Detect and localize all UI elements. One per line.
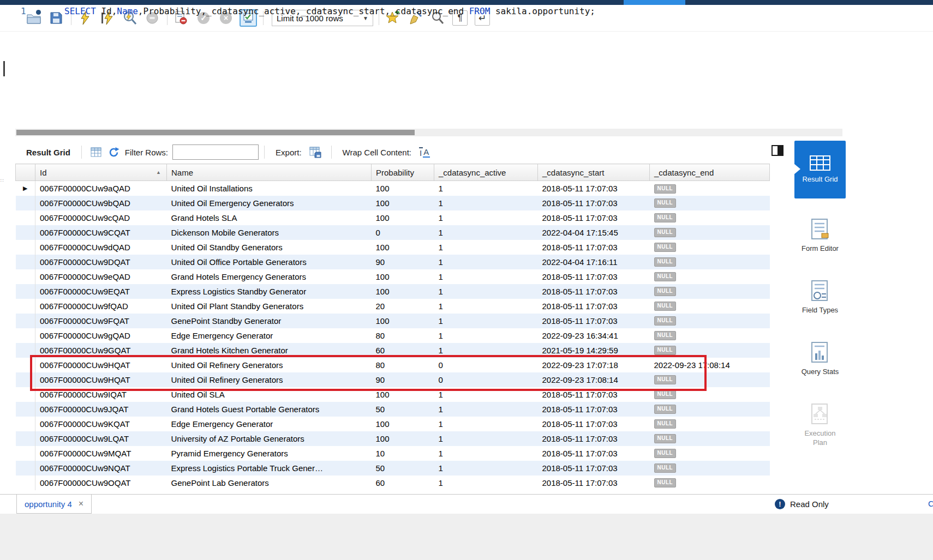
cell-probability[interactable]: 50	[372, 402, 434, 417]
sidebar-item-form-editor[interactable]: Form Editor	[794, 212, 846, 260]
column-header[interactable]: _cdatasync_end	[650, 164, 770, 181]
cell-cdatasync-start[interactable]: 2018-05-11 17:07:03	[538, 240, 650, 255]
cell-cdatasync-end[interactable]: NULL	[650, 225, 770, 240]
wrap-cell-content-icon[interactable]: IA	[419, 147, 430, 158]
table-row[interactable]: 0067F00000CUw9NQATExpress Logistics Port…	[16, 461, 770, 475]
cell-cdatasync-start[interactable]: 2018-05-11 17:07:03	[538, 431, 650, 446]
column-header[interactable]: Id▲	[35, 164, 167, 181]
column-header[interactable]: Probability	[372, 164, 434, 181]
cell-cdatasync-end[interactable]: NULL	[650, 475, 770, 490]
cell-cdatasync-active[interactable]: 1	[434, 299, 538, 314]
cell-cdatasync-end[interactable]: NULL	[650, 328, 770, 343]
cell-cdatasync-start[interactable]: 2022-04-04 17:16:11	[538, 255, 650, 269]
cell-name[interactable]: GenePoint Lab Generators	[167, 475, 372, 490]
cell-id[interactable]: 0067F00000CUw9LQAT	[35, 431, 167, 446]
cell-id[interactable]: 0067F00000CUw9fQAD	[35, 299, 167, 314]
cell-cdatasync-start[interactable]: 2018-05-11 17:07:03	[538, 284, 650, 299]
cell-cdatasync-end[interactable]: NULL	[650, 240, 770, 255]
table-row[interactable]: 0067F00000CUw9fQADUnited Oil Plant Stand…	[16, 299, 770, 314]
cell-name[interactable]: Edge Emergency Generator	[167, 328, 372, 343]
cell-probability[interactable]: 100	[372, 387, 434, 402]
grid-view-icon[interactable]	[91, 147, 101, 157]
cell-probability[interactable]: 100	[372, 240, 434, 255]
cell-id[interactable]: 0067F00000CUw9KQAT	[35, 417, 167, 431]
cell-cdatasync-start[interactable]: 2018-05-11 17:07:03	[538, 210, 650, 225]
cell-cdatasync-start[interactable]: 2018-05-11 17:07:03	[538, 446, 650, 461]
table-row[interactable]: 0067F00000CUw9KQATEdge Emergency Generat…	[16, 417, 770, 431]
cell-cdatasync-active[interactable]: 1	[434, 181, 538, 196]
cell-name[interactable]: Dickenson Mobile Generators	[167, 225, 372, 240]
cell-probability[interactable]: 60	[372, 343, 434, 358]
cell-id[interactable]: 0067F00000CUw9NQAT	[35, 461, 167, 475]
cell-cdatasync-start[interactable]: 2018-05-11 17:07:03	[538, 314, 650, 328]
cell-cdatasync-end[interactable]: NULL	[650, 269, 770, 284]
cell-id[interactable]: 0067F00000CUw9IQAT	[35, 387, 167, 402]
close-icon[interactable]: ×	[79, 499, 83, 509]
cell-probability[interactable]: 100	[372, 210, 434, 225]
cell-probability[interactable]: 100	[372, 314, 434, 328]
cell-name[interactable]: GenePoint Standby Generator	[167, 314, 372, 328]
sidebar-item-field-types[interactable]: Field Types	[794, 273, 846, 322]
cell-probability[interactable]: 100	[372, 417, 434, 431]
cell-name[interactable]: Express Logistics Standby Generator	[167, 284, 372, 299]
cell-cdatasync-active[interactable]: 1	[434, 328, 538, 343]
cell-cdatasync-active[interactable]: 1	[434, 314, 538, 328]
cell-probability[interactable]: 100	[372, 196, 434, 210]
cell-cdatasync-start[interactable]: 2018-05-11 17:07:03	[538, 299, 650, 314]
cell-cdatasync-start[interactable]: 2018-05-11 17:07:03	[538, 402, 650, 417]
cell-cdatasync-active[interactable]: 1	[434, 255, 538, 269]
cell-id[interactable]: 0067F00000CUw9OQAT	[35, 475, 167, 490]
cell-cdatasync-end[interactable]: NULL	[650, 343, 770, 358]
cell-cdatasync-active[interactable]: 1	[434, 269, 538, 284]
table-row[interactable]: 0067F00000CUw9LQATUniversity of AZ Porta…	[16, 431, 770, 446]
sidebar-item-query-stats[interactable]: Query Stats	[794, 335, 846, 383]
refresh-icon[interactable]	[108, 147, 119, 158]
cell-cdatasync-start[interactable]: 2018-05-11 17:07:03	[538, 269, 650, 284]
cell-cdatasync-end[interactable]: NULL	[650, 299, 770, 314]
table-row[interactable]: 0067F00000CUw9eQADGrand Hotels Emergency…	[16, 269, 770, 284]
cell-probability[interactable]: 100	[372, 431, 434, 446]
cell-id[interactable]: 0067F00000CUw9FQAT	[35, 314, 167, 328]
cell-id[interactable]: 0067F00000CUw9EQAT	[35, 284, 167, 299]
cell-name[interactable]: United Oil Office Portable Generators	[167, 255, 372, 269]
cell-id[interactable]: 0067F00000CUw9aQAD	[35, 181, 167, 196]
cell-id[interactable]: 0067F00000CUw9JQAT	[35, 402, 167, 417]
cell-cdatasync-active[interactable]: 1	[434, 343, 538, 358]
maximize-panel-icon[interactable]	[771, 145, 784, 156]
cell-probability[interactable]: 100	[372, 284, 434, 299]
cell-cdatasync-active[interactable]: 1	[434, 387, 538, 402]
cell-id[interactable]: 0067F00000CUw9MQAT	[35, 446, 167, 461]
cell-id[interactable]: 0067F00000CUw9eQAD	[35, 269, 167, 284]
cell-id[interactable]: 0067F00000CUw9gQAD	[35, 328, 167, 343]
table-row[interactable]: 0067F00000CUw9GQATGrand Hotels Kitchen G…	[16, 343, 770, 358]
table-row[interactable]: 0067F00000CUw9HQATUnited Oil Refinery Ge…	[16, 358, 770, 372]
table-row[interactable]: 0067F00000CUw9JQATGrand Hotels Guest Por…	[16, 402, 770, 417]
cell-cdatasync-start[interactable]: 2018-05-11 17:07:03	[538, 181, 650, 196]
editor-horizontal-scrollbar[interactable]	[15, 129, 842, 136]
sidebar-item-result-grid[interactable]: Result Grid	[794, 141, 846, 198]
cell-cdatasync-start[interactable]: 2018-05-11 17:07:03	[538, 461, 650, 475]
cell-id[interactable]: 0067F00000CUw9dQAD	[35, 240, 167, 255]
cell-name[interactable]: United Oil Installations	[167, 181, 372, 196]
cell-cdatasync-end[interactable]: 2022-09-23 17:08:14	[650, 358, 770, 372]
cell-cdatasync-end[interactable]: NULL	[650, 446, 770, 461]
table-row[interactable]: 0067F00000CUw9bQADUnited Oil Emergency G…	[16, 196, 770, 210]
table-row[interactable]: 0067F00000CUw9MQATPyramid Emergency Gene…	[16, 446, 770, 461]
table-row[interactable]: 0067F00000CUw9FQATGenePoint Standby Gene…	[16, 314, 770, 328]
table-row[interactable]: 0067F00000CUw9OQATGenePoint Lab Generato…	[16, 475, 770, 490]
table-row[interactable]: 0067F00000CUw9cQADGrand Hotels SLA100120…	[16, 210, 770, 225]
cell-id[interactable]: 0067F00000CUw9HQAT	[35, 358, 167, 372]
column-header[interactable]: _cdatasync_active	[434, 164, 538, 181]
cell-cdatasync-start[interactable]: 2022-09-23 16:34:41	[538, 328, 650, 343]
cell-name[interactable]: United Oil SLA	[167, 387, 372, 402]
cell-name[interactable]: Grand Hotels Guest Portable Generators	[167, 402, 372, 417]
table-row[interactable]: 0067F00000CUw9CQATDickenson Mobile Gener…	[16, 225, 770, 240]
cell-probability[interactable]: 80	[372, 358, 434, 372]
sidebar-item-execution-plan[interactable]: Execution Plan	[794, 396, 846, 454]
cell-name[interactable]: United Oil Refinery Generators	[167, 372, 372, 387]
table-row[interactable]: ▶0067F00000CUw9aQADUnited Oil Installati…	[16, 181, 770, 196]
cell-probability[interactable]: 10	[372, 446, 434, 461]
table-row[interactable]: 0067F00000CUw9DQATUnited Oil Office Port…	[16, 255, 770, 269]
cell-cdatasync-active[interactable]: 1	[434, 461, 538, 475]
cell-cdatasync-start[interactable]: 2018-05-11 17:07:03	[538, 387, 650, 402]
